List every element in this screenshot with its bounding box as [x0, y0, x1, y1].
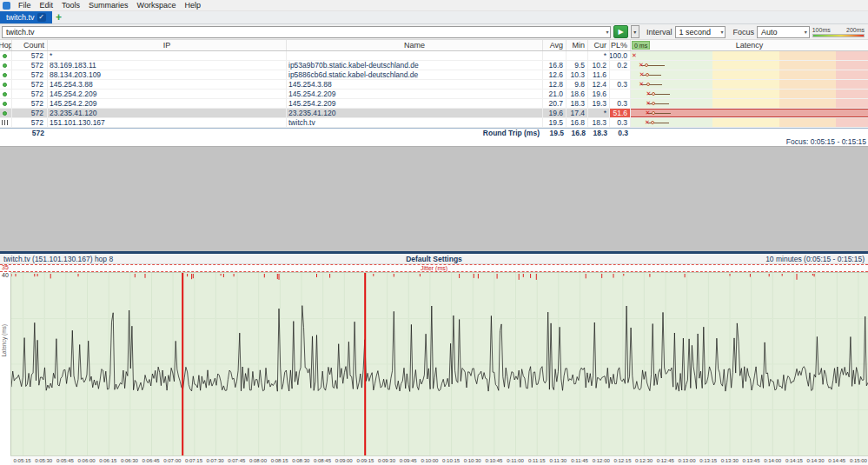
- count-cell: 572: [12, 99, 48, 108]
- x-axis-tick-label: 0:13:30: [721, 458, 739, 463]
- timeline-chart: [11, 273, 868, 455]
- x-axis-tick-label: 0:08:45: [314, 458, 331, 463]
- tab-bar: twitch.tv ✓ +: [0, 11, 868, 24]
- menu-tools[interactable]: Tools: [57, 0, 84, 10]
- x-axis-tick-label: 0:12:30: [635, 458, 653, 463]
- header-count[interactable]: Count: [12, 40, 48, 50]
- latency-mini-graph: ✕: [631, 51, 868, 60]
- start-trace-button[interactable]: ▶: [613, 25, 627, 38]
- hop-status-cell: [0, 118, 12, 127]
- latency-mini-graph: ✕: [631, 118, 868, 127]
- footer-pl-cell: 0.3: [610, 129, 631, 137]
- hop-up-icon: [3, 92, 7, 96]
- x-axis-tick-label: 0:12:00: [593, 458, 610, 463]
- ip-cell: 23.235.41.120: [48, 109, 287, 117]
- latency-mini-graph: ✕: [631, 109, 868, 117]
- pl-cell: 0.3: [610, 80, 631, 89]
- x-axis-tick-label: 0:12:15: [613, 458, 631, 463]
- count-cell: 572: [12, 70, 48, 79]
- table-row[interactable]: 57223.235.41.12023.235.41.12019.617.4*51…: [0, 109, 868, 118]
- tab-twitch-tv[interactable]: twitch.tv ✓: [0, 11, 52, 23]
- x-axis-labels: 0:05:150:05:300:05:450:06:000:06:150:06:…: [10, 455, 868, 465]
- menu-edit[interactable]: Edit: [36, 0, 58, 10]
- header-pl[interactable]: PL%: [610, 40, 631, 50]
- x-axis-tick-label: 0:13:45: [742, 458, 759, 463]
- menu-help[interactable]: Help: [180, 0, 205, 10]
- menu-workspace[interactable]: Workspace: [133, 0, 181, 10]
- hop-up-icon: [3, 54, 7, 58]
- x-axis-tick-label: 0:08:30: [292, 458, 309, 463]
- packet-loss-x-icon: ✕: [632, 52, 637, 58]
- hop-status-cell: [0, 80, 12, 89]
- timeline-range-label[interactable]: 10 minutes (0:05:15 - 0:15:15): [765, 255, 865, 263]
- ip-cell: 145.254.2.209: [48, 99, 287, 108]
- interval-select[interactable]: 1 second ▾: [675, 26, 726, 38]
- header-min[interactable]: Min: [567, 40, 588, 50]
- count-cell: 572: [12, 61, 48, 70]
- footer-count-cell: 572: [12, 129, 48, 137]
- table-row[interactable]: 572145.254.3.88145.254.3.8812.89.812.40.…: [0, 80, 868, 90]
- cur-cell: 19.6: [588, 90, 610, 98]
- avg-cell: [543, 51, 567, 60]
- cur-cell: 10.2: [588, 61, 610, 70]
- latency-max-tick: 40: [2, 272, 9, 278]
- x-axis-tick-label: 0:06:45: [142, 458, 160, 463]
- y-axis-title: Latency (ms): [1, 324, 7, 357]
- current-latency-dot: [651, 121, 654, 124]
- tab-label: twitch.tv: [6, 13, 35, 22]
- target-address-combo[interactable]: twitch.tv ▾: [2, 26, 611, 38]
- cur-cell: 19.3: [588, 99, 610, 108]
- current-latency-dot: [652, 92, 655, 96]
- latency-mini-graph: ✕: [631, 61, 868, 70]
- table-row[interactable]: 57288.134.203.109ip5886cb6d.static.kabel…: [0, 70, 868, 80]
- x-axis-tick-label: 0:07:15: [185, 458, 202, 463]
- table-row[interactable]: 572145.254.2.209145.254.2.20921.018.619.…: [0, 90, 868, 99]
- focus-select[interactable]: Auto ▾: [757, 26, 810, 38]
- hop-up-icon: [3, 102, 7, 106]
- menu-summaries[interactable]: Summaries: [84, 0, 133, 10]
- start-options-dropdown[interactable]: ▾: [631, 25, 639, 38]
- chevron-down-icon: ▾: [606, 29, 608, 35]
- hop-up-icon: [3, 83, 7, 87]
- latency-scale-legend: 100ms 200ms: [812, 27, 865, 37]
- min-cell: [567, 51, 588, 60]
- x-axis-tick-label: 0:14:00: [764, 458, 781, 463]
- chevron-down-icon: ▾: [720, 29, 723, 35]
- x-axis-tick-label: 0:10:45: [485, 458, 502, 463]
- header-avg[interactable]: Avg: [543, 40, 567, 50]
- table-row[interactable]: 572**100.0✕: [0, 51, 868, 61]
- x-axis-tick-label: 0:08:15: [271, 458, 288, 463]
- header-name[interactable]: Name: [287, 40, 543, 50]
- menu-file[interactable]: File: [14, 0, 36, 10]
- x-axis-tick-label: 0:09:30: [378, 458, 395, 463]
- jitter-axis-label: Jitter (ms): [0, 265, 868, 271]
- table-row[interactable]: 572151.101.130.167twitch.tv19.516.818.30…: [0, 118, 868, 128]
- add-tab-button[interactable]: +: [52, 11, 66, 23]
- current-latency-dot: [652, 102, 655, 105]
- table-row[interactable]: 57283.169.183.11ip53a9b70b.static.kabel-…: [0, 61, 868, 70]
- x-axis-tick-label: 0:07:30: [207, 458, 224, 463]
- round-trip-row: 572 Round Trip (ms) 19.5 16.8 18.3 0.3: [0, 128, 868, 137]
- focus-label: Focus: [732, 28, 754, 37]
- name-cell: 145.254.3.88: [287, 80, 543, 89]
- focus-range-text: Focus: 0:05:15 - 0:15:15: [786, 137, 866, 146]
- table-row[interactable]: 572145.254.2.209145.254.2.20920.718.319.…: [0, 99, 868, 109]
- name-cell: 23.235.41.120: [287, 109, 543, 117]
- app-icon: [3, 2, 10, 10]
- cur-cell: 11.6: [588, 70, 610, 79]
- header-cur[interactable]: Cur: [588, 40, 610, 50]
- name-cell: ip5886cb6d.static.kabel-deutschland.de: [287, 70, 543, 79]
- latency-range-bar: [641, 84, 662, 85]
- settings-profile-label[interactable]: Default Settings: [0, 255, 868, 263]
- min-cell: 17.4: [567, 109, 588, 117]
- header-ip[interactable]: IP: [48, 40, 287, 50]
- hop-status-cell: [0, 70, 12, 79]
- min-cell: 10.3: [567, 70, 588, 79]
- header-hop[interactable]: Hop: [0, 40, 12, 50]
- pl-cell: 100.0: [610, 51, 631, 60]
- count-cell: 572: [12, 80, 48, 89]
- cur-cell: 12.4: [588, 80, 610, 89]
- avg-cell: 20.7: [543, 99, 567, 108]
- latency-gradient-bar: [812, 34, 865, 37]
- timeline-plot[interactable]: [10, 272, 868, 455]
